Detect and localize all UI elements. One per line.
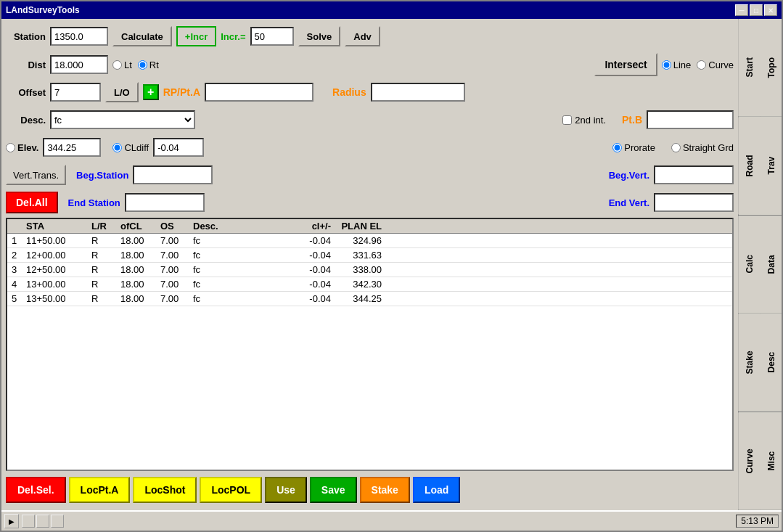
tab-trav[interactable]: Trav xyxy=(761,117,782,214)
lt-radio[interactable] xyxy=(112,60,122,70)
tab-road[interactable]: Road xyxy=(739,117,761,214)
end-vert-input[interactable] xyxy=(654,193,734,212)
table-body: 1 11+50.00 R 18.00 7.00 fc -0.04 324.96 … xyxy=(7,234,732,306)
row-plan: 324.96 xyxy=(331,235,382,246)
tab-calc[interactable]: Calc xyxy=(739,216,761,313)
table-row[interactable]: 5 13+50.00 R 18.00 7.00 fc -0.04 344.25 xyxy=(7,292,732,306)
beg-station-input[interactable] xyxy=(133,165,213,184)
del-all-button[interactable]: Del.All xyxy=(6,192,58,213)
table-row[interactable]: 4 13+00.00 R 18.00 7.00 fc -0.04 342.30 xyxy=(7,277,732,292)
incr-plus-button[interactable]: +Incr xyxy=(176,26,216,46)
row-os: 7.00 xyxy=(160,293,193,304)
incr-eq-label: Incr.= xyxy=(221,31,245,42)
del-sel-button[interactable]: Del.Sel. xyxy=(6,477,66,503)
elev-radio[interactable] xyxy=(6,143,15,152)
cldiff-input[interactable] xyxy=(153,138,204,157)
second-int-label[interactable]: 2nd int. xyxy=(562,115,606,126)
adv-button[interactable]: Adv xyxy=(345,26,380,46)
dist-input[interactable] xyxy=(50,55,108,74)
calculate-button[interactable]: Calculate xyxy=(112,26,172,46)
straight-grd-radio[interactable] xyxy=(671,143,681,152)
offset-input[interactable] xyxy=(50,83,101,102)
taskbar-icon-2[interactable] xyxy=(36,515,49,528)
straight-grd-radio-label[interactable]: Straight Grd xyxy=(671,142,734,153)
beg-vert-input[interactable] xyxy=(654,165,734,184)
tab-curve[interactable]: Curve xyxy=(739,412,761,510)
tab-start[interactable]: Start xyxy=(739,19,761,116)
tab-topo[interactable]: Topo xyxy=(761,19,782,116)
taskbar-icon-3[interactable] xyxy=(51,515,64,528)
tab-stake[interactable]: Stake xyxy=(739,314,761,411)
taskbar-time: 5:13 PM xyxy=(736,515,779,528)
offset-label: Offset xyxy=(6,87,46,98)
offset-row: Offset L/O + RP/Pt.A Radius xyxy=(6,80,734,105)
tab-desc[interactable]: Desc xyxy=(761,314,782,411)
cldiff-radio[interactable] xyxy=(112,143,122,152)
row-os: 7.00 xyxy=(160,279,193,290)
end-station-input[interactable] xyxy=(125,193,205,212)
curve-radio[interactable] xyxy=(697,60,706,70)
data-table: STA L/R ofCL OS Desc. cl+/- PLAN EL 1 11… xyxy=(6,218,734,471)
desc-row: Desc. fc ep bc ec 2nd int. Pt.B xyxy=(6,107,734,132)
taskbar-icon-1[interactable] xyxy=(22,515,35,528)
curve-radio-label[interactable]: Curve xyxy=(697,60,734,70)
load-button[interactable]: Load xyxy=(413,477,460,503)
table-row[interactable]: 3 12+50.00 R 18.00 7.00 fc -0.04 338.00 xyxy=(7,263,732,277)
start-button[interactable]: ▶ xyxy=(4,514,19,528)
content-area: Station Calculate +Incr Incr.= Solve Adv… xyxy=(1,19,738,510)
row-sta: 13+50.00 xyxy=(26,293,91,304)
lo-button[interactable]: L/O xyxy=(105,82,139,102)
beg-station-row: Vert.Trans. Beg.Station Beg.Vert. xyxy=(6,163,734,187)
elev-input[interactable] xyxy=(43,138,101,157)
line-radio-label[interactable]: Line xyxy=(662,60,692,70)
tab-misc[interactable]: Misc xyxy=(761,412,782,510)
incr-value-input[interactable] xyxy=(250,27,294,46)
row-lr: R xyxy=(91,293,120,304)
solve-button[interactable]: Solve xyxy=(298,26,341,46)
rp-pta-label: RP/Pt.A xyxy=(163,86,200,98)
vert-trans-button[interactable]: Vert.Trans. xyxy=(6,165,66,185)
ptb-input[interactable] xyxy=(647,110,734,129)
row-lr: R xyxy=(91,235,120,246)
rp-pta-input[interactable] xyxy=(205,83,313,102)
close-button[interactable]: ✕ xyxy=(764,4,777,16)
row-lr: R xyxy=(91,250,120,261)
dist-row: Dist Lt Rt Intersect xyxy=(6,52,734,77)
line-radio[interactable] xyxy=(662,60,671,70)
loc-pta-button[interactable]: LocPt.A xyxy=(69,477,131,503)
save-button[interactable]: Save xyxy=(310,477,357,503)
tab-pair-3: Calc Data xyxy=(739,216,782,314)
second-int-checkbox[interactable] xyxy=(562,115,572,125)
row-os: 7.00 xyxy=(160,250,193,261)
desc-select[interactable]: fc ep bc ec xyxy=(50,110,195,129)
prorate-radio-label[interactable]: Prorate xyxy=(612,142,655,153)
title-bar: LAndSurveyTools ─ □ ✕ xyxy=(1,1,782,19)
row-clpm: -0.04 xyxy=(280,235,331,246)
header-clpm: cl+/- xyxy=(280,221,331,232)
table-row[interactable]: 1 11+50.00 R 18.00 7.00 fc -0.04 324.96 xyxy=(7,234,732,248)
main-layout: Station Calculate +Incr Incr.= Solve Adv… xyxy=(1,19,782,510)
rt-radio[interactable] xyxy=(138,60,147,70)
lt-radio-label[interactable]: Lt xyxy=(112,60,132,70)
stake-button[interactable]: Stake xyxy=(360,477,410,503)
elev-radio-label[interactable]: Elev. xyxy=(6,142,38,153)
bottom-buttons: Del.Sel. LocPt.A LocShot LocPOL Use Save… xyxy=(6,474,734,506)
tab-data[interactable]: Data xyxy=(761,216,782,313)
lt-rt-group: Lt Rt xyxy=(112,60,159,70)
cldiff-radio-label[interactable]: CLdiff xyxy=(112,142,149,153)
use-button[interactable]: Use xyxy=(265,477,307,503)
radius-input[interactable] xyxy=(371,83,465,102)
minimize-button[interactable]: ─ xyxy=(735,4,748,16)
station-input[interactable] xyxy=(50,27,108,46)
intersect-button[interactable]: Intersect xyxy=(594,53,657,76)
loc-shot-button[interactable]: LocShot xyxy=(133,477,197,503)
beg-station-label: Beg.Station xyxy=(76,170,128,181)
loc-pol-button[interactable]: LocPOL xyxy=(200,477,262,503)
radius-label: Radius xyxy=(332,86,366,98)
prorate-radio[interactable] xyxy=(612,143,622,152)
table-row[interactable]: 2 12+00.00 R 18.00 7.00 fc -0.04 331.63 xyxy=(7,248,732,263)
row-num: 2 xyxy=(12,250,26,261)
restore-button[interactable]: □ xyxy=(750,4,763,16)
plus-button[interactable]: + xyxy=(143,84,159,100)
rt-radio-label[interactable]: Rt xyxy=(138,60,159,70)
